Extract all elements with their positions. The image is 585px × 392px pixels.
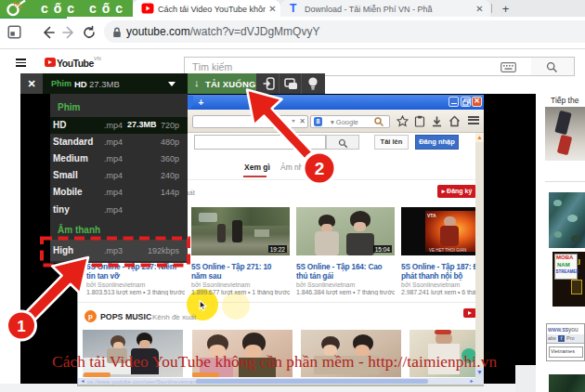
svg-text:2: 2 [315,159,325,178]
svg-text:1: 1 [17,318,25,335]
